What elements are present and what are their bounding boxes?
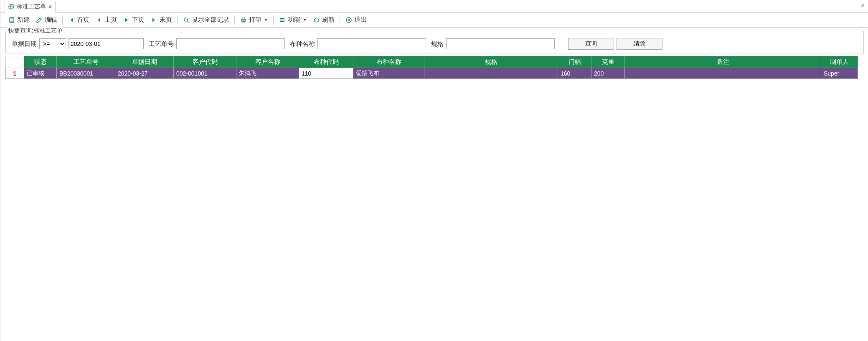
col-weight[interactable]: 克重 — [591, 56, 625, 68]
cell-fabricname[interactable]: 爱招飞布 — [353, 68, 424, 79]
first-page-button[interactable]: 首页 — [65, 15, 92, 25]
toolbar: 新建 编辑 首页 上页 下页 末页 显示全部记录 — [0, 13, 868, 28]
cell-custname[interactable]: 朱鸿飞 — [236, 68, 299, 79]
next-page-button[interactable]: 下页 — [120, 15, 147, 25]
next-icon — [123, 17, 130, 23]
last-icon — [150, 17, 158, 23]
cell-weight[interactable]: 200 — [591, 68, 625, 79]
query-legend: 快捷查询:标准工艺单 — [8, 27, 63, 35]
col-status[interactable]: 状态 — [24, 56, 57, 68]
col-fabricname[interactable]: 布种名称 — [353, 56, 424, 68]
orderno-label: 工艺单号 — [149, 40, 174, 48]
date-label: 单据日期 — [12, 40, 37, 48]
chevron-down-icon: ▼ — [303, 18, 307, 22]
table-row[interactable]: 1 已审核 BB20030001 2020-03-27 002-001001 朱… — [6, 68, 858, 79]
table-header: 状态 工艺单号 单据日期 客户代码 客户名称 布种代码 布种名称 规格 门幅 克… — [6, 56, 858, 68]
fabricname-label: 布种名称 — [290, 40, 315, 48]
edit-button[interactable]: 编辑 — [33, 15, 60, 25]
new-icon — [8, 17, 15, 23]
toolbar-separator — [62, 15, 63, 25]
fabriccode-edit-input[interactable] — [302, 70, 350, 77]
tab-bar: 标准工艺单 × × — [0, 0, 868, 13]
new-button[interactable]: 新建 — [5, 15, 32, 25]
spec-label: 规格 — [431, 40, 444, 48]
spec-input[interactable] — [446, 38, 555, 49]
prev-icon — [95, 17, 103, 23]
list-icon — [279, 17, 286, 23]
tab-standard-process[interactable]: 标准工艺单 × — [5, 1, 56, 13]
orderno-input[interactable] — [176, 38, 285, 49]
row-number: 1 — [6, 68, 24, 79]
cell-date[interactable]: 2020-03-27 — [115, 68, 174, 79]
refresh-icon — [313, 17, 320, 23]
function-button[interactable]: 功能 ▼ — [276, 15, 310, 25]
cell-custcode[interactable]: 002-001001 — [174, 68, 236, 79]
refresh-button[interactable]: 刷新 — [310, 15, 337, 25]
col-fabriccode[interactable]: 布种代码 — [299, 56, 353, 68]
col-custname[interactable]: 客户名称 — [236, 56, 299, 68]
first-icon — [68, 17, 75, 23]
toolbar-separator — [340, 15, 340, 25]
search-button[interactable]: 查询 — [568, 38, 614, 50]
col-rownum[interactable] — [6, 56, 24, 68]
last-page-button[interactable]: 末页 — [148, 15, 175, 25]
svg-point-5 — [184, 18, 188, 21]
col-custcode[interactable]: 客户代码 — [174, 56, 236, 68]
show-all-button[interactable]: 显示全部记录 — [180, 15, 232, 25]
clear-button[interactable]: 清除 — [617, 38, 662, 50]
cell-status[interactable]: 已审核 — [24, 68, 57, 79]
col-width[interactable]: 门幅 — [558, 56, 591, 68]
tab-title: 标准工艺单 — [17, 3, 46, 10]
col-creator[interactable]: 制单人 — [821, 56, 858, 68]
search-icon — [183, 17, 190, 23]
exit-icon — [345, 17, 353, 23]
date-operator-select[interactable]: >= — [39, 38, 66, 49]
tab-close-icon[interactable]: × — [48, 3, 52, 10]
toolbar-separator — [177, 15, 178, 25]
col-spec[interactable]: 规格 — [424, 56, 558, 68]
cell-creator[interactable]: Super — [821, 68, 858, 79]
chevron-down-icon: ▼ — [264, 18, 268, 22]
cell-fabriccode[interactable] — [299, 68, 353, 79]
col-orderno[interactable]: 工艺单号 — [57, 56, 115, 68]
cell-spec[interactable] — [424, 68, 558, 79]
col-date[interactable]: 单据日期 — [115, 56, 174, 68]
toolbar-separator — [234, 15, 235, 25]
cell-remark[interactable] — [625, 68, 821, 79]
globe-icon — [8, 4, 14, 10]
col-remark[interactable]: 备注 — [625, 56, 821, 68]
fabricname-input[interactable] — [317, 38, 426, 49]
print-icon — [240, 17, 247, 23]
edit-icon — [36, 17, 43, 23]
data-grid: 状态 工艺单号 单据日期 客户代码 客户名称 布种代码 布种名称 规格 门幅 克… — [5, 56, 864, 79]
exit-button[interactable]: 退出 — [343, 15, 369, 25]
cell-orderno[interactable]: BB20030001 — [57, 68, 115, 79]
svg-rect-8 — [242, 18, 245, 19]
prev-page-button[interactable]: 上页 — [93, 15, 119, 25]
print-button[interactable]: 打印 ▼ — [237, 15, 271, 25]
quick-query-panel: 快捷查询:标准工艺单 单据日期 >= 工艺单号 布种名称 规格 查询 清除 — [5, 31, 864, 53]
cell-width[interactable]: 160 — [558, 68, 591, 79]
toolbar-separator — [273, 15, 274, 25]
date-input[interactable] — [69, 38, 144, 49]
svg-line-6 — [187, 21, 189, 23]
close-icon[interactable]: × — [861, 2, 865, 9]
